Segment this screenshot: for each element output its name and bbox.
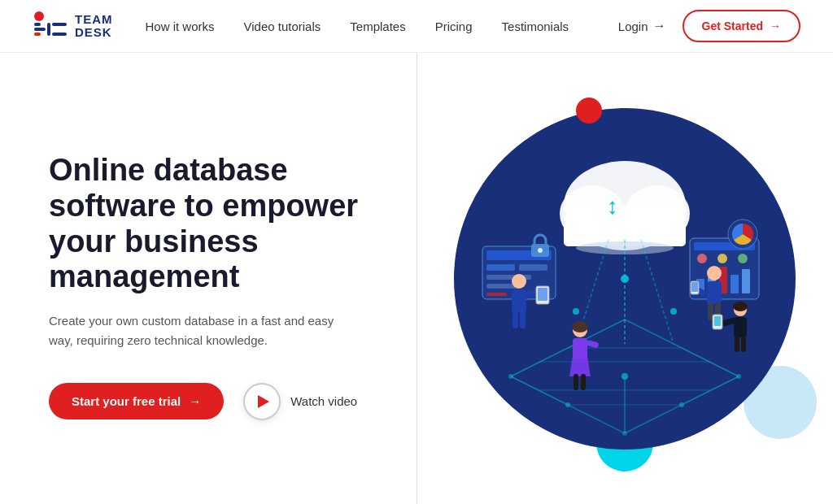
svg-point-83 xyxy=(573,308,579,315)
hero-title: Online database software to empower your… xyxy=(49,153,384,295)
get-started-arrow-icon: → xyxy=(770,20,781,33)
nav-how-it-works[interactable]: How it works xyxy=(146,20,215,33)
svg-rect-64 xyxy=(574,374,578,390)
svg-rect-42 xyxy=(486,293,507,296)
svg-point-50 xyxy=(697,254,707,263)
svg-rect-3 xyxy=(34,33,41,36)
play-icon xyxy=(258,395,269,408)
svg-point-27 xyxy=(621,373,628,380)
svg-rect-59 xyxy=(538,288,547,301)
hero-illustration: ↕ xyxy=(462,116,787,441)
svg-rect-66 xyxy=(586,340,599,349)
svg-rect-65 xyxy=(581,374,586,390)
svg-rect-48 xyxy=(731,275,739,293)
logo-desk: DESK xyxy=(75,26,113,40)
login-link[interactable]: Login → xyxy=(618,19,666,33)
svg-rect-49 xyxy=(742,269,750,293)
svg-rect-81 xyxy=(714,316,721,326)
svg-point-75 xyxy=(733,302,748,311)
svg-point-52 xyxy=(738,254,748,263)
svg-rect-56 xyxy=(520,311,526,328)
svg-point-28 xyxy=(565,402,570,407)
svg-text:↕: ↕ xyxy=(607,193,618,219)
svg-point-67 xyxy=(707,266,722,280)
svg-rect-68 xyxy=(707,281,722,304)
svg-rect-39 xyxy=(519,264,547,271)
cta-row: Start your free trial → Watch video xyxy=(49,383,384,420)
nav-testimonials[interactable]: Testimonials xyxy=(502,20,569,33)
svg-rect-73 xyxy=(691,282,698,292)
svg-point-86 xyxy=(538,248,543,253)
trial-button[interactable]: Start your free trial → xyxy=(49,383,224,419)
svg-rect-78 xyxy=(741,336,746,352)
main-content: Online database software to empower your… xyxy=(0,53,833,504)
nav-video-tutorials[interactable]: Video tutorials xyxy=(244,20,321,33)
svg-point-31 xyxy=(736,374,741,379)
deco-red-circle xyxy=(576,98,602,124)
watch-video-group[interactable]: Watch video xyxy=(243,383,357,420)
trial-arrow-icon: → xyxy=(189,394,201,408)
watch-video-label: Watch video xyxy=(290,394,357,408)
svg-rect-77 xyxy=(735,336,739,352)
login-label: Login xyxy=(618,20,648,33)
get-started-button[interactable]: Get Started → xyxy=(683,10,800,42)
svg-point-53 xyxy=(512,274,526,289)
hero-left: Online database software to empower your… xyxy=(0,53,416,504)
svg-point-30 xyxy=(508,374,513,379)
trial-label: Start your free trial xyxy=(72,394,181,408)
svg-point-51 xyxy=(717,254,727,263)
nav-pricing[interactable]: Pricing xyxy=(435,20,473,33)
svg-rect-54 xyxy=(512,289,526,312)
svg-rect-38 xyxy=(486,264,515,271)
nav-templates[interactable]: Templates xyxy=(350,20,405,33)
vertical-divider xyxy=(416,53,417,504)
svg-rect-2 xyxy=(34,28,46,31)
svg-point-61 xyxy=(572,321,588,332)
svg-marker-63 xyxy=(569,356,591,376)
get-started-label: Get Started xyxy=(702,20,763,33)
svg-rect-5 xyxy=(52,23,67,26)
header: TEAM DESK How it works Video tutorials T… xyxy=(0,0,833,53)
svg-rect-1 xyxy=(34,23,41,26)
logo[interactable]: TEAM DESK xyxy=(33,10,113,42)
svg-rect-55 xyxy=(512,311,518,328)
play-button[interactable] xyxy=(243,383,281,420)
hero-subtitle: Create your own custom database in a fas… xyxy=(49,311,342,350)
svg-point-32 xyxy=(622,431,627,436)
logo-text: TEAM DESK xyxy=(75,13,113,40)
svg-rect-76 xyxy=(734,317,747,337)
svg-rect-4 xyxy=(47,23,50,36)
svg-line-35 xyxy=(641,240,674,344)
svg-point-29 xyxy=(679,402,684,407)
hero-right: ↕ xyxy=(416,53,833,504)
logo-team: TEAM xyxy=(75,13,113,27)
header-right: Login → Get Started → xyxy=(618,10,800,42)
svg-rect-6 xyxy=(52,33,67,36)
svg-point-82 xyxy=(621,275,629,283)
login-arrow-icon: → xyxy=(653,19,666,33)
svg-point-0 xyxy=(34,11,44,21)
svg-point-84 xyxy=(670,308,677,315)
main-nav: How it works Video tutorials Templates P… xyxy=(146,20,618,33)
